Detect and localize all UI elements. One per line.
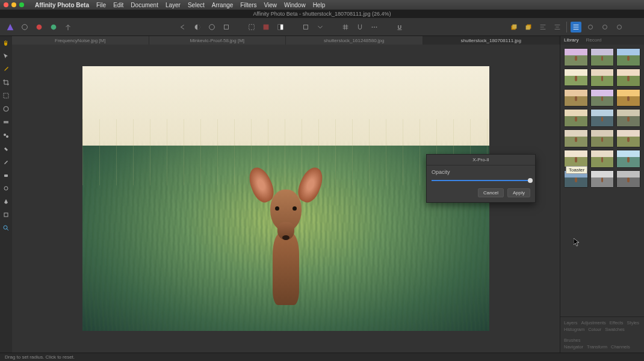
preset-thumb[interactable]	[616, 89, 640, 107]
preset-thumb[interactable]	[590, 89, 615, 107]
select-icon[interactable]	[221, 22, 232, 32]
export-icon[interactable]	[63, 22, 73, 32]
align2-icon[interactable]	[552, 22, 563, 32]
footer-tab-navigator[interactable]: Navigator	[564, 344, 583, 350]
preset-thumb[interactable]	[564, 129, 588, 147]
tab-record[interactable]: Record	[582, 36, 605, 45]
doc-tab-1[interactable]: Minkevic-Proof-58.jpg [M]	[149, 36, 286, 45]
gear1-icon[interactable]	[585, 22, 596, 32]
app-menu[interactable]: Affinity Photo Beta	[35, 2, 89, 8]
develop-icon[interactable]	[19, 22, 30, 32]
marquee-tool-icon[interactable]	[2, 91, 10, 100]
preset-thumb[interactable]	[590, 69, 615, 87]
gear2-icon[interactable]	[599, 22, 610, 32]
apply-button[interactable]: Apply	[507, 188, 530, 197]
workspace: FrequencyNoise.jpg [M] Minkevic-Proof-58…	[12, 36, 560, 353]
history-group	[178, 22, 232, 32]
footer-tab-styles[interactable]: Styles	[627, 319, 639, 326]
grid-icon[interactable]	[340, 22, 351, 32]
menu-document[interactable]: Document	[131, 2, 158, 8]
underline-icon[interactable]: U	[394, 22, 405, 32]
footer-tab-swatches[interactable]: Swatches	[605, 326, 625, 333]
dropdown-icon[interactable]	[315, 22, 326, 32]
gear3-icon[interactable]	[614, 22, 625, 32]
overlay-icon[interactable]	[261, 22, 271, 32]
tone-icon[interactable]	[48, 22, 59, 32]
menu-help[interactable]: Help	[313, 2, 326, 8]
preset-thumb[interactable]	[564, 89, 588, 107]
menu-file[interactable]: File	[96, 2, 106, 8]
heal-icon[interactable]	[2, 144, 10, 153]
preset-thumb[interactable]: Toaster	[564, 150, 588, 168]
preset-thumb[interactable]	[616, 109, 640, 127]
brush-icon[interactable]	[2, 105, 10, 113]
doc-tab-3[interactable]: shutterstock_180708111.jpg	[423, 36, 560, 45]
menu-filters[interactable]: Filters	[240, 2, 256, 8]
align1-icon[interactable]	[537, 22, 548, 32]
preset-thumb[interactable]	[590, 170, 615, 188]
slider-thumb-icon[interactable]	[528, 178, 533, 183]
footer-tab-histogram[interactable]: Histogram	[564, 326, 584, 333]
list-icon[interactable]	[571, 22, 581, 32]
marquee-icon[interactable]	[246, 22, 257, 32]
footer-tab-layers[interactable]: Layers	[564, 319, 578, 326]
preset-thumb[interactable]	[616, 48, 640, 66]
menu-select[interactable]: Select	[188, 2, 205, 8]
zoom-icon[interactable]	[2, 224, 10, 232]
preset-thumb[interactable]	[616, 150, 640, 168]
preset-thumb[interactable]	[616, 129, 640, 147]
preset-thumb[interactable]	[616, 69, 640, 87]
menu-view[interactable]: View	[264, 2, 277, 8]
menu-layer[interactable]: Layer	[166, 2, 181, 8]
preset-thumb[interactable]	[590, 48, 615, 66]
crop-top-icon[interactable]	[300, 22, 311, 32]
close-window-icon[interactable]	[4, 2, 8, 7]
preset-thumb[interactable]	[564, 48, 588, 66]
footer-tab-transform[interactable]: Transform	[587, 344, 607, 350]
maximize-window-icon[interactable]	[19, 2, 24, 7]
contrast-icon[interactable]	[192, 22, 203, 32]
footer-tab-adjustments[interactable]: Adjustments	[581, 319, 606, 326]
hand-icon[interactable]	[2, 39, 10, 47]
minimize-window-icon[interactable]	[11, 2, 16, 7]
preset-thumb[interactable]	[564, 109, 588, 127]
eraser-icon[interactable]	[2, 171, 10, 179]
menu-edit[interactable]: Edit	[113, 2, 123, 8]
preset-thumb[interactable]	[564, 69, 588, 87]
menu-arrange[interactable]: Arrange	[212, 2, 234, 8]
gradient-icon[interactable]	[2, 118, 10, 126]
preset-thumb[interactable]	[590, 129, 615, 147]
layer1-icon[interactable]	[509, 22, 519, 32]
cancel-button[interactable]: Cancel	[478, 188, 504, 197]
clone-icon[interactable]	[2, 131, 10, 140]
footer-tab-colour[interactable]: Colour	[588, 326, 601, 333]
snap-icon[interactable]	[355, 22, 365, 32]
tab-library[interactable]: Library	[560, 36, 582, 45]
circle-icon[interactable]	[206, 22, 217, 32]
dodge-icon[interactable]	[2, 184, 10, 193]
logo-icon[interactable]	[5, 22, 16, 32]
canvas-area[interactable]: X-Pro-II Opacity Cancel Apply	[12, 45, 560, 353]
opacity-slider[interactable]	[432, 177, 530, 184]
undo-icon[interactable]	[178, 22, 188, 32]
footer-tab-brushes[interactable]: Brushes	[564, 337, 581, 344]
menu-window[interactable]: Window	[284, 2, 306, 8]
liquify-icon[interactable]	[34, 22, 45, 32]
more-icon[interactable]	[369, 22, 380, 32]
footer-tab-channels[interactable]: Channels	[611, 344, 630, 350]
paint-icon[interactable]	[2, 158, 10, 166]
effect-dialog[interactable]: X-Pro-II Opacity Cancel Apply	[426, 154, 536, 203]
doc-tab-0[interactable]: FrequencyNoise.jpg [M]	[12, 36, 149, 45]
preset-thumb[interactable]	[616, 170, 640, 188]
color-picker-icon[interactable]	[2, 65, 10, 73]
footer-tab-effects[interactable]: Effects	[610, 319, 624, 326]
mask-icon[interactable]	[275, 22, 286, 32]
shapes-icon[interactable]	[2, 211, 10, 219]
pen-icon[interactable]	[2, 197, 10, 206]
crop-icon[interactable]	[2, 78, 10, 87]
preset-thumb[interactable]	[590, 150, 615, 168]
preset-thumb[interactable]	[590, 109, 615, 127]
layer2-icon[interactable]	[523, 22, 534, 32]
doc-tab-2[interactable]: shutterstock_161248580.jpg	[286, 36, 423, 45]
move-icon[interactable]	[2, 52, 10, 60]
